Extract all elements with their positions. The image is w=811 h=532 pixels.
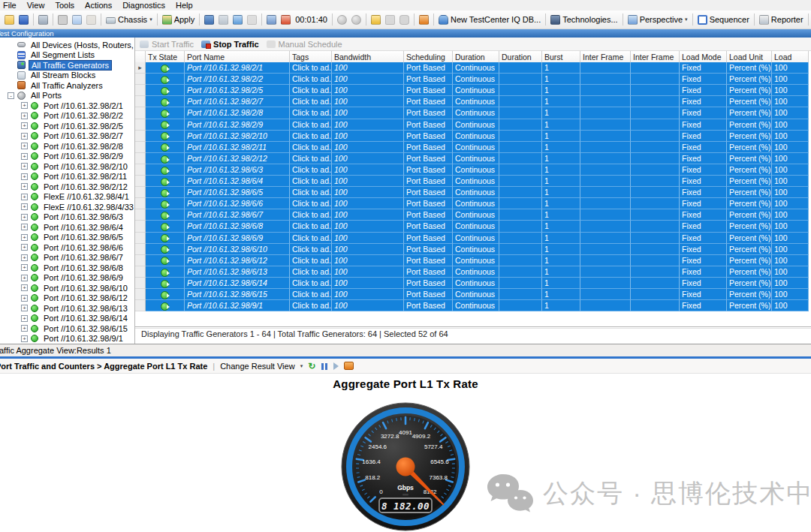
toolbar-button-zoom-in[interactable] xyxy=(335,14,349,26)
cell-port-name[interactable]: Port //10.61.32.98/2/2 xyxy=(185,74,290,85)
cell-load-unit[interactable]: Percent (%) xyxy=(727,278,772,289)
cell-tags[interactable]: Click to ad... xyxy=(290,107,332,119)
cell-load-mode[interactable]: Fixed xyxy=(680,142,727,153)
start-traffic-button[interactable]: Start Traffic xyxy=(140,40,194,49)
cell-inter-frame-gap[interactable] xyxy=(580,119,631,131)
cell-tx-state[interactable] xyxy=(146,176,185,187)
expand-icon[interactable]: + xyxy=(21,275,28,281)
cell-port-name[interactable]: Port //10.61.32.98/6/8 xyxy=(185,221,290,232)
toolbar-button-zoom-out[interactable] xyxy=(349,14,363,26)
cell-load[interactable]: 100 xyxy=(772,142,809,153)
sidebar-item-port-10-61-32-98-6-14[interactable]: +Port //10.61.32.98/6/14 xyxy=(0,314,134,324)
cell-tx-state[interactable] xyxy=(146,62,185,74)
cell-duration[interactable] xyxy=(499,278,542,289)
toolbar-button-stop-devices[interactable] xyxy=(279,14,293,26)
cell-load-unit[interactable]: Percent (%) xyxy=(727,107,772,119)
cell-scheduling-mode[interactable]: Port Based xyxy=(404,266,453,278)
cell-inter-frame-gap-unit[interactable] xyxy=(631,142,680,153)
cell-load-mode[interactable]: Fixed xyxy=(680,221,727,232)
cell-port-name[interactable]: Port //10.61.32.98/2/8 xyxy=(185,107,290,119)
cell-tags[interactable]: Click to ad... xyxy=(290,244,332,255)
cell-duration-mode[interactable]: Continuous xyxy=(453,187,499,198)
cell-load-mode[interactable]: Fixed xyxy=(680,233,727,244)
sidebar-item-flexe-10-61-32-98-4-33[interactable]: +FlexE //10.61.32.98/4/33 xyxy=(0,202,134,212)
expand-icon[interactable]: + xyxy=(21,224,28,230)
cell-duration[interactable] xyxy=(499,198,542,209)
sidebar-item-port-10-61-32-98-6-7[interactable]: +Port //10.61.32.98/6/7 xyxy=(0,253,134,263)
toolbar-button-unsubscribe-results[interactable] xyxy=(245,14,259,26)
expand-icon[interactable]: + xyxy=(21,295,28,302)
sidebar-item-port-10-61-32-98-2-1[interactable]: +Port //10.61.32.98/2/1 xyxy=(0,101,134,111)
toolbar-button-perspective[interactable]: Perspective▾ xyxy=(626,14,690,26)
cell-load-unit[interactable]: Percent (%) xyxy=(727,131,772,142)
cell-tx-state[interactable] xyxy=(146,300,185,311)
sidebar-item-port-10-61-32-98-6-5[interactable]: +Port //10.61.32.98/6/5 xyxy=(0,233,134,243)
expand-icon[interactable]: + xyxy=(21,244,28,251)
cell-load-unit[interactable]: Percent (%) xyxy=(727,164,772,176)
cell-burst-size[interactable]: 1 xyxy=(542,255,580,266)
toolbar-button-database[interactable]: New TestCenter IQ DB... xyxy=(436,14,543,26)
expand-icon[interactable]: + xyxy=(21,143,28,149)
row-selector[interactable] xyxy=(135,266,146,278)
cell-burst-size[interactable]: 1 xyxy=(542,74,580,85)
cell-duration-mode[interactable]: Continuous xyxy=(453,278,499,289)
cell-port-name[interactable]: Port //10.61.32.98/6/13 xyxy=(185,266,290,278)
cell-scheduling-mode[interactable]: Port Based xyxy=(404,74,453,85)
cell-duration[interactable] xyxy=(499,244,542,255)
sidebar-item-port-10-61-32-98-2-10[interactable]: +Port //10.61.32.98/2/10 xyxy=(0,161,134,172)
cell-bandwidth-utilization[interactable]: 100 xyxy=(332,187,404,198)
cell-load[interactable]: 100 xyxy=(772,233,809,244)
cell-port-name[interactable]: Port //10.61.32.98/6/9 xyxy=(185,233,290,244)
cell-burst-size[interactable]: 1 xyxy=(542,176,580,187)
cell-duration[interactable] xyxy=(499,142,542,153)
menu-item-view[interactable]: View xyxy=(22,1,50,10)
cell-tags[interactable]: Click to ad... xyxy=(290,221,332,232)
cell-load-unit[interactable]: Percent (%) xyxy=(727,209,772,221)
cell-bandwidth-utilization[interactable]: 100 xyxy=(332,266,404,278)
cell-inter-frame-gap-unit[interactable] xyxy=(631,85,680,96)
cell-load-mode[interactable]: Fixed xyxy=(680,107,727,119)
cell-scheduling-mode[interactable]: Port Based xyxy=(404,233,453,244)
cell-burst-size[interactable]: 1 xyxy=(542,289,580,300)
cell-inter-frame-gap[interactable] xyxy=(580,198,631,209)
toolbar-button-redo[interactable] xyxy=(383,14,397,26)
row-selector[interactable] xyxy=(135,233,146,244)
cell-burst-size[interactable]: 1 xyxy=(542,198,580,209)
toolbar-button-apply[interactable]: Apply xyxy=(160,14,197,26)
cell-load-mode[interactable]: Fixed xyxy=(680,289,727,300)
cell-duration-mode[interactable]: Continuous xyxy=(453,62,499,74)
toolbar-button-lock[interactable] xyxy=(397,14,412,26)
cell-duration-mode[interactable]: Continuous xyxy=(453,142,499,153)
row-selector[interactable] xyxy=(135,244,146,255)
cell-scheduling-mode[interactable]: Port Based xyxy=(404,221,453,232)
cell-scheduling-mode[interactable]: Port Based xyxy=(404,107,453,119)
cell-duration[interactable] xyxy=(499,85,542,96)
cell-port-name[interactable]: Port //10.61.32.98/6/4 xyxy=(185,176,290,187)
row-selector[interactable] xyxy=(135,85,146,96)
cell-bandwidth-utilization[interactable]: 100 xyxy=(332,131,404,142)
expand-icon[interactable]: + xyxy=(21,113,28,119)
cell-tx-state[interactable] xyxy=(146,198,185,209)
cell-bandwidth-utilization[interactable]: 100 xyxy=(332,142,404,153)
menu-item-tools[interactable]: Tools xyxy=(50,1,80,10)
cell-duration[interactable] xyxy=(499,107,542,119)
cell-burst-size[interactable]: 1 xyxy=(542,300,580,311)
cell-scheduling-mode[interactable]: Port Based xyxy=(404,289,453,300)
cell-load-unit[interactable]: Percent (%) xyxy=(727,74,772,85)
cell-scheduling-mode[interactable]: Port Based xyxy=(404,278,453,289)
sidebar-item-port-10-61-32-98-6-13[interactable]: +Port //10.61.32.98/6/13 xyxy=(0,303,134,314)
cell-scheduling-mode[interactable]: Port Based xyxy=(404,96,453,107)
cell-bandwidth-utilization[interactable]: 100 xyxy=(332,255,404,266)
cell-inter-frame-gap[interactable] xyxy=(580,142,631,153)
row-selector[interactable] xyxy=(135,164,146,176)
cell-load[interactable]: 100 xyxy=(772,153,809,164)
toolbar-button-copy[interactable] xyxy=(70,14,84,26)
cell-inter-frame-gap[interactable] xyxy=(580,96,631,107)
cell-load-mode[interactable]: Fixed xyxy=(680,198,727,209)
cell-bandwidth-utilization[interactable]: 100 xyxy=(332,164,404,176)
cell-burst-size[interactable]: 1 xyxy=(542,278,580,289)
cell-tags[interactable]: Click to ad... xyxy=(290,85,332,96)
expand-icon[interactable]: + xyxy=(21,254,28,261)
menu-item-diagnostics[interactable]: Diagnostics xyxy=(117,1,170,10)
toolbar-button-subscribe-results[interactable] xyxy=(231,14,245,26)
